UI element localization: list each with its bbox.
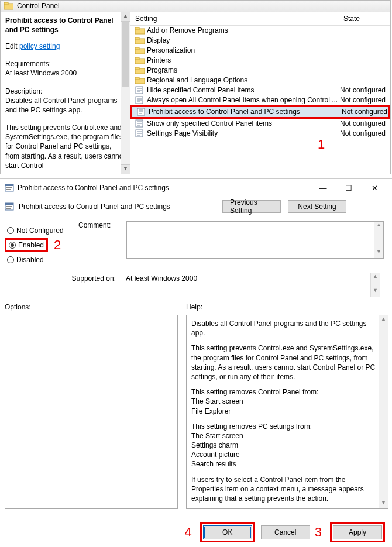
policy-icon: [5, 202, 14, 211]
list-item[interactable]: Settings Page VisibilityNot configured: [130, 129, 390, 139]
options-label: Options:: [5, 303, 178, 311]
close-button[interactable]: ✕: [362, 180, 387, 196]
supported-on-value: At least Windows 2000: [126, 274, 197, 283]
dialog-button-row: 4 OK Cancel 3 Apply: [183, 522, 386, 542]
minimize-button[interactable]: —: [310, 180, 336, 196]
description-pane: Prohibit access to Control Panel and PC …: [1, 12, 130, 174]
folder-icon: [135, 27, 147, 35]
setting-icon: [135, 129, 147, 137]
help-line: Account picture: [191, 450, 240, 459]
policy-dialog: Prohibit access to Control Panel and PC …: [0, 178, 392, 547]
dialog-titlebar[interactable]: Prohibit access to Control Panel and PC …: [0, 179, 392, 197]
list-item-state: Not configured: [340, 119, 390, 128]
list-item-state: Not configured: [340, 86, 390, 94]
radio-enabled[interactable]: Enabled: [5, 238, 48, 252]
list-item[interactable]: Programs: [130, 66, 390, 75]
settings-list: Setting State Add or Remove ProgramsDisp…: [130, 12, 390, 174]
list-item-label: Regional and Language Options: [147, 76, 340, 84]
apply-highlight: Apply: [330, 522, 385, 542]
help-p: If users try to select a Control Panel i…: [191, 475, 376, 504]
description-label: Description:: [5, 87, 125, 96]
cancel-button[interactable]: Cancel: [261, 525, 310, 539]
help-p: Disables all Control Panel programs and …: [191, 319, 376, 338]
group-policy-list-panel: Control Panel Prohibit access to Control…: [0, 0, 391, 174]
help-line: Search results: [191, 460, 236, 468]
dialog-subtitle: Prohibit access to Control Panel and PC …: [19, 202, 170, 211]
svg-rect-39: [5, 203, 13, 205]
list-item-state: Not configured: [340, 96, 390, 104]
help-scrollbar[interactable]: ▲▼: [379, 315, 388, 508]
radio-icon: [7, 227, 14, 234]
requirements-label: Requirements:: [5, 59, 125, 68]
setting-icon: [137, 108, 149, 116]
svg-rect-36: [6, 187, 12, 188]
dialog-subheader: Prohibit access to Control Panel and PC …: [0, 197, 392, 216]
help-line: The Start screen: [191, 432, 243, 440]
svg-rect-1: [4, 2, 8, 5]
comment-scrollbar[interactable]: ▲▼: [374, 222, 383, 258]
folder-icon: [135, 57, 147, 64]
list-item-label: Add or Remove Programs: [147, 26, 340, 35]
list-item[interactable]: Display: [130, 36, 390, 46]
next-setting-button[interactable]: Next Setting: [288, 200, 346, 213]
list-item[interactable]: Printers: [130, 56, 390, 66]
svg-rect-35: [5, 184, 13, 186]
list-item[interactable]: Always open All Control Panel Items when…: [130, 95, 390, 105]
supported-scrollbar[interactable]: ▲▼: [370, 273, 380, 297]
help-label: Help:: [186, 303, 388, 311]
edit-prefix: Edit: [5, 42, 19, 50]
ok-button[interactable]: OK: [203, 525, 252, 539]
apply-button[interactable]: Apply: [333, 525, 382, 539]
folder-icon: [4, 2, 13, 10]
list-item[interactable]: Regional and Language Options: [130, 75, 390, 85]
help-line: Settings charm: [191, 441, 238, 449]
help-p: This setting prevents Control.exe and Sy…: [191, 343, 376, 381]
previous-setting-button[interactable]: Previous Setting: [222, 200, 281, 213]
radio-not-configured[interactable]: Not Configured: [5, 223, 68, 238]
list-item[interactable]: Personalization: [130, 46, 390, 56]
annotation-1: 1: [318, 137, 325, 152]
setting-icon: [135, 96, 147, 104]
svg-rect-41: [6, 208, 11, 209]
column-state[interactable]: State: [339, 12, 390, 25]
svg-rect-40: [6, 206, 12, 207]
svg-rect-11: [135, 67, 139, 70]
list-item[interactable]: Show only specified Control Panel itemsN…: [130, 119, 390, 129]
radio-label: Disabled: [16, 256, 44, 264]
ok-highlight: OK: [200, 522, 255, 542]
list-item[interactable]: Prohibit access to Control Panel and PC …: [130, 105, 390, 119]
radio-icon: [7, 256, 14, 263]
maximize-button[interactable]: ☐: [336, 180, 362, 196]
options-box: [5, 315, 178, 509]
svg-rect-13: [135, 77, 139, 80]
list-item-state: Not configured: [342, 108, 388, 116]
help-p: This setting removes PC settings from:: [191, 422, 312, 431]
setting-icon: [135, 119, 147, 128]
list-item-label: Personalization: [147, 46, 340, 54]
radio-icon: [9, 242, 16, 249]
help-p: This setting removes Control Panel from:: [191, 388, 318, 396]
setting-icon: [135, 86, 147, 94]
list-item-label: Display: [147, 36, 340, 44]
folder-icon: [135, 47, 147, 54]
scroll-thumb[interactable]: [122, 22, 129, 87]
comment-label: Comment:: [78, 221, 116, 229]
annotation-2: 2: [54, 238, 61, 253]
scroll-down-icon[interactable]: ▼: [121, 164, 130, 174]
list-header: Setting State: [130, 12, 390, 26]
svg-rect-7: [135, 47, 139, 50]
help-line: The Start screen: [191, 397, 243, 405]
description-scrollbar[interactable]: ▲ ▼: [121, 12, 130, 174]
radio-label: Not Configured: [16, 226, 64, 235]
description-text-1: Disables all Control Panel programs and …: [5, 96, 125, 115]
scroll-up-icon[interactable]: ▲: [121, 12, 130, 22]
comment-textbox[interactable]: ▲▼: [126, 221, 384, 259]
list-item[interactable]: Add or Remove Programs: [130, 26, 390, 36]
annotation-4: 4: [183, 525, 194, 540]
radio-disabled[interactable]: Disabled: [5, 253, 68, 267]
list-item[interactable]: Hide specified Control Panel itemsNot co…: [130, 85, 390, 95]
edit-policy-link[interactable]: policy setting: [19, 42, 60, 50]
list-item-label: Show only specified Control Panel items: [147, 119, 340, 128]
requirements-value: At least Windows 2000: [5, 68, 125, 78]
column-setting[interactable]: Setting: [130, 12, 339, 25]
